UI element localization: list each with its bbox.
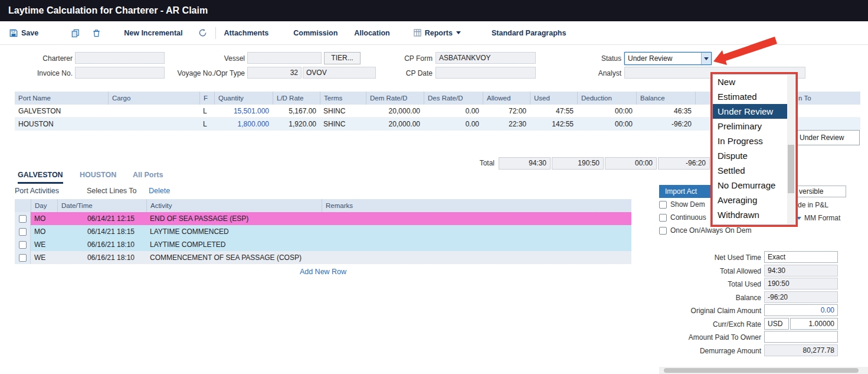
cell-day: MO <box>31 212 57 225</box>
dropdown-option-dispute[interactable]: Dispute <box>713 148 788 163</box>
row-checkbox[interactable] <box>19 215 27 223</box>
col-cargo: Cargo <box>108 92 199 105</box>
refresh-button[interactable] <box>198 28 207 37</box>
cell-dem-rate: 20,000.00 <box>366 118 424 131</box>
col-datetime: Date/Time <box>57 199 146 212</box>
row-checkbox[interactable] <box>19 228 27 236</box>
tier-button[interactable]: TIER... <box>324 52 361 64</box>
col-allowed: Allowed <box>483 92 530 105</box>
show-dem-checkbox[interactable] <box>659 201 667 209</box>
cell-quantity-link[interactable]: 15,501.000 <box>214 105 273 118</box>
net-used-time-field[interactable]: Exact <box>764 251 838 263</box>
charterer-label: Charterer <box>12 54 73 63</box>
dropdown-option-preliminary[interactable]: Preliminary <box>713 119 788 134</box>
cell-day: WE <box>31 238 57 251</box>
save-button[interactable]: Save <box>9 29 38 37</box>
cell-f: L <box>199 105 214 118</box>
cell-allowed: 22:30 <box>483 118 530 131</box>
new-incremental-button[interactable]: New Incremental <box>124 29 182 37</box>
cell-deduction: 00:00 <box>577 105 636 118</box>
total-balance: -96:20 <box>658 157 710 170</box>
dropdown-option-new[interactable]: New <box>713 74 788 89</box>
dropdown-scrollbar-thumb[interactable] <box>788 145 794 193</box>
dropdown-option-no-demurrage[interactable]: No Demurrage <box>713 178 788 193</box>
col-port-name: Port Name <box>15 92 108 105</box>
amount-paid-field[interactable] <box>764 331 838 343</box>
analyst-label: Analyst <box>566 69 621 78</box>
cell-ld-rate: 1,920.00 <box>273 118 320 131</box>
commission-label: Commission <box>293 29 338 37</box>
activity-row[interactable]: WE 06/16/21 18:10 LAYTIME COMPLETED <box>15 238 631 251</box>
activity-row[interactable]: MO 06/14/21 18:15 LAYTIME COMMENCED <box>15 225 631 238</box>
balance-label: Balance <box>625 293 761 303</box>
total-used: 190:50 <box>552 157 604 170</box>
row-checkbox[interactable] <box>19 254 27 262</box>
tab-houston[interactable]: HOUSTON <box>80 171 116 182</box>
reports-button[interactable]: Reports <box>414 29 461 37</box>
total-allowed: 94:30 <box>499 157 551 170</box>
status-select[interactable]: Under Review <box>624 52 712 65</box>
toolbar-separator <box>215 27 216 39</box>
activity-row[interactable]: MO 06/14/21 12:15 END OF SEA PASSAGE (ES… <box>15 212 631 225</box>
col-f: F <box>199 92 214 105</box>
continuous-checkbox[interactable] <box>659 214 667 222</box>
continuous-checkbox-row: Continuous <box>659 213 706 222</box>
cell-balance: -96:20 <box>636 118 695 131</box>
cell-quantity-link[interactable]: 1,800.000 <box>214 118 273 131</box>
cell-used: 142:55 <box>530 118 577 131</box>
currency-field[interactable]: USD <box>764 318 789 330</box>
copy-button[interactable] <box>71 29 80 37</box>
dropdown-scrollbar[interactable] <box>787 75 795 225</box>
hhmm-format-row[interactable]: MM Format <box>797 214 840 222</box>
curr-exch-rate-label: Curr/Exch Rate <box>625 320 761 329</box>
delete-button[interactable] <box>93 29 100 37</box>
net-used-time-label: Net Used Time <box>625 253 761 262</box>
reversible-field[interactable]: versible <box>795 186 846 197</box>
dropdown-option-under-review[interactable]: Under Review <box>713 104 788 119</box>
add-new-row-link[interactable]: Add New Row <box>300 268 346 276</box>
horizontal-scrollbar[interactable] <box>659 367 868 374</box>
delete-lines-link[interactable]: Delete <box>149 187 170 195</box>
cell-remarks <box>322 238 631 251</box>
dropdown-option-estimated[interactable]: Estimated <box>713 89 788 104</box>
original-claim-label: Original Claim Amount <box>625 306 761 316</box>
row-checkbox[interactable] <box>19 241 27 249</box>
invoice-no-input <box>75 67 165 79</box>
amount-paid-label: Amount Paid To Owner <box>625 333 761 342</box>
copy-icon <box>71 29 80 37</box>
status-cell-value: Under Review <box>795 130 860 145</box>
cell-balance: 46:35 <box>636 105 695 118</box>
cell-remarks <box>322 251 631 264</box>
demurrage-amount-field: 80,277.78 <box>764 344 838 356</box>
dropdown-option-averaging[interactable]: Averaging <box>713 193 788 207</box>
cell-port: GALVESTON <box>15 105 108 118</box>
cell-activity: LAYTIME COMPLETED <box>146 238 322 251</box>
once-on-checkbox[interactable] <box>659 227 667 235</box>
row-select-cell <box>15 251 31 264</box>
col-select <box>15 199 31 212</box>
allocation-label: Allocation <box>354 29 389 37</box>
dropdown-option-settled[interactable]: Settled <box>713 163 788 178</box>
trash-icon <box>93 29 100 37</box>
exch-rate-field[interactable]: 1.00000 <box>790 318 838 330</box>
cell-dem-rate: 20,000.00 <box>366 105 424 118</box>
tab-all-ports[interactable]: All Ports <box>133 171 163 182</box>
dropdown-option-withdrawn[interactable]: Withdrawn <box>713 207 788 222</box>
voyage-opr-label: Voyage No./Opr Type <box>165 69 245 78</box>
original-claim-field[interactable]: 0.00 <box>764 304 838 316</box>
standard-paragraphs-button[interactable]: Standard Paragraphs <box>492 29 566 37</box>
total-label: Total <box>460 159 494 167</box>
allocation-button[interactable]: Allocation <box>354 29 389 37</box>
status-label: Status <box>566 54 621 63</box>
dropdown-option-in-progress[interactable]: In Progress <box>713 134 788 148</box>
attachments-button[interactable]: Attachments <box>224 29 269 37</box>
cp-date-input <box>435 67 536 79</box>
show-dem-label: Show Dem <box>670 200 705 209</box>
horizontal-scrollbar-thumb[interactable] <box>664 368 859 373</box>
activity-row[interactable]: WE 06/16/21 18:10 COMMENCEMENT OF SEA PA… <box>15 251 631 264</box>
tab-galveston[interactable]: GALVESTON <box>18 171 63 184</box>
commission-button[interactable]: Commission <box>293 29 338 37</box>
balance-field: -96:20 <box>764 291 838 303</box>
total-used-field: 190:50 <box>764 278 838 290</box>
save-icon <box>9 29 18 37</box>
